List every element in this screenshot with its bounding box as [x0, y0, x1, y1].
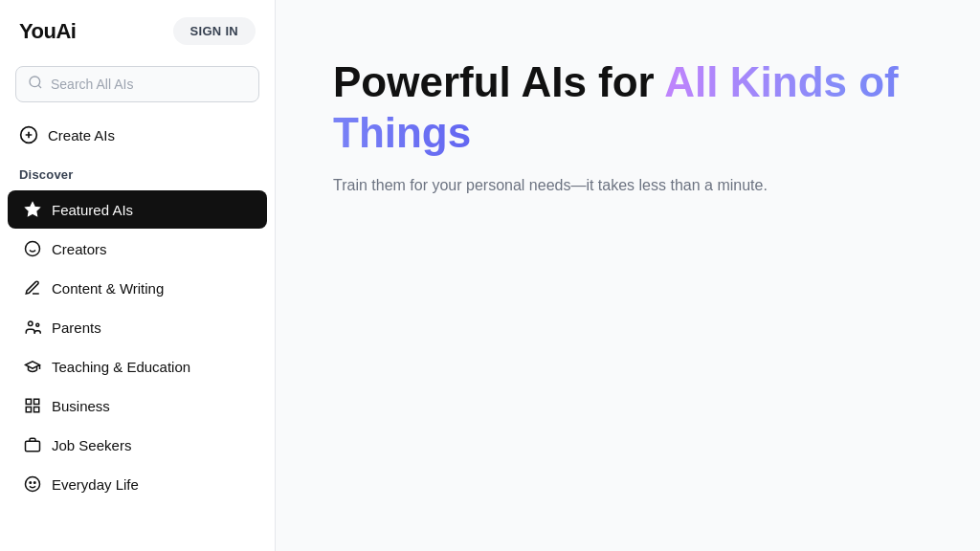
sidebar: YouAi SIGN IN Create AIs Discover Featur… — [0, 0, 276, 551]
search-icon — [28, 75, 43, 94]
smiley-icon — [23, 239, 42, 258]
search-input[interactable] — [51, 77, 247, 92]
sidebar-item-business[interactable]: Business — [8, 386, 267, 425]
svg-point-0 — [30, 77, 40, 87]
sidebar-item-job-seekers[interactable]: Job Seekers — [8, 426, 267, 464]
sidebar-item-label-parents: Parents — [52, 320, 101, 336]
hero-subtitle: Train them for your personal needs—it ta… — [333, 174, 923, 197]
sidebar-item-teaching-education[interactable]: Teaching & Education — [8, 347, 267, 386]
logo: YouAi — [19, 19, 76, 44]
hero-title-prefix: Powerful AIs for — [333, 58, 664, 105]
face-icon — [23, 474, 42, 494]
svg-rect-10 — [26, 408, 31, 412]
sidebar-item-label-content-writing: Content & Writing — [52, 280, 164, 297]
svg-point-13 — [26, 477, 40, 492]
sidebar-item-everyday-life[interactable]: Everyday Life — [8, 465, 267, 503]
sidebar-header: YouAi SIGN IN — [0, 0, 275, 60]
main-content: Powerful AIs for All Kinds of Things Tra… — [276, 0, 980, 551]
create-icon — [19, 125, 38, 144]
grid-icon — [23, 396, 42, 415]
discover-section-label: Discover — [0, 154, 275, 189]
sidebar-item-featured[interactable]: Featured AIs — [8, 190, 267, 229]
pencil-icon — [23, 278, 42, 298]
svg-point-14 — [30, 482, 32, 484]
parent-child-icon — [23, 318, 42, 337]
svg-rect-11 — [34, 408, 39, 412]
svg-marker-2 — [26, 203, 40, 216]
svg-rect-12 — [26, 441, 40, 452]
star-icon — [23, 200, 42, 219]
nav-list: Featured AIsCreatorsContent & WritingPar… — [0, 189, 275, 504]
svg-point-15 — [34, 482, 36, 484]
sidebar-item-label-job-seekers: Job Seekers — [52, 437, 131, 453]
svg-point-7 — [36, 323, 39, 326]
search-container — [15, 66, 259, 102]
sidebar-item-label-featured: Featured AIs — [52, 202, 133, 218]
briefcase-icon — [23, 435, 42, 454]
svg-point-6 — [29, 321, 33, 326]
svg-rect-9 — [34, 399, 39, 404]
create-ais-label: Create AIs — [48, 127, 115, 143]
sidebar-item-parents[interactable]: Parents — [8, 308, 267, 346]
graduation-icon — [23, 357, 42, 376]
sidebar-item-label-teaching-education: Teaching & Education — [52, 359, 190, 375]
svg-point-3 — [26, 242, 40, 256]
svg-line-1 — [38, 85, 41, 88]
search-wrapper — [0, 60, 275, 116]
sidebar-item-content-writing[interactable]: Content & Writing — [8, 269, 267, 307]
sidebar-item-creators[interactable]: Creators — [8, 230, 267, 268]
sidebar-item-label-business: Business — [52, 398, 110, 414]
sidebar-item-label-creators: Creators — [52, 241, 107, 257]
hero-title: Powerful AIs for All Kinds of Things — [333, 57, 923, 159]
create-ais-button[interactable]: Create AIs — [0, 116, 275, 154]
sidebar-item-label-everyday-life: Everyday Life — [52, 476, 139, 493]
svg-rect-8 — [26, 399, 31, 404]
sign-in-button[interactable]: SIGN IN — [173, 17, 256, 45]
